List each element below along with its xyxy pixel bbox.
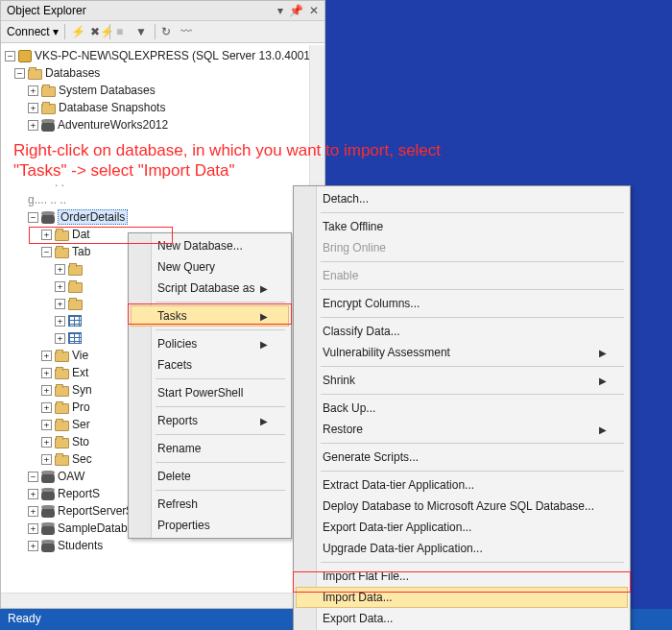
tree-orderdetails[interactable]: OrderDetails	[58, 209, 128, 225]
chevron-right-icon: ▶	[260, 283, 268, 294]
menu-encrypt-columns[interactable]: Encrypt Columns...	[296, 293, 628, 314]
horizontal-scrollbar[interactable]	[1, 593, 309, 608]
chevron-right-icon: ▶	[599, 348, 607, 358]
folder-icon	[55, 421, 69, 431]
panel-toolbar: Connect ▾ ⚡ ✖⚡ ■ ▼ ↻ 〰	[1, 21, 324, 43]
connect-button[interactable]: Connect ▾	[7, 25, 59, 38]
folder-icon	[68, 265, 83, 276]
tree-adv[interactable]: AdventureWorks2012	[58, 118, 168, 132]
tree-item[interactable]: Vie	[72, 349, 88, 362]
tree-item[interactable]: Pro	[72, 400, 90, 414]
menu-detach[interactable]: Detach...	[296, 188, 628, 209]
tree-item[interactable]: Dat	[72, 228, 90, 241]
context-menu-database: New Database... New Query Script Databas…	[128, 232, 292, 539]
menu-properties[interactable]: Properties	[131, 515, 289, 536]
folder-icon	[41, 86, 56, 97]
folder-icon	[55, 248, 69, 258]
tree-item[interactable]: Tab	[72, 245, 90, 258]
table-icon	[68, 315, 82, 327]
tree-item[interactable]: ReportS	[58, 487, 100, 500]
menu-bring-online: Bring Online	[296, 237, 628, 258]
tree-item[interactable]: Syn	[72, 383, 92, 397]
close-icon[interactable]: ✕	[309, 4, 319, 17]
chevron-right-icon: ▶	[599, 376, 607, 386]
menu-import-flat-file[interactable]: Import Flat File...	[296, 566, 628, 587]
menu-facets[interactable]: Facets	[131, 354, 289, 376]
menu-reports[interactable]: Reports▶	[131, 410, 289, 431]
menu-shrink[interactable]: Shrink▶	[296, 370, 628, 391]
chevron-right-icon: ▶	[599, 424, 607, 435]
menu-upgrade-datatier[interactable]: Upgrade Data-tier Application...	[296, 538, 628, 559]
chevron-right-icon: ▶	[260, 311, 268, 322]
database-icon	[41, 540, 55, 552]
menu-delete[interactable]: Delete	[131, 466, 289, 487]
database-icon	[41, 522, 55, 535]
menu-restore[interactable]: Restore▶	[296, 419, 628, 440]
menu-enable: Enable	[296, 265, 628, 286]
connect-icon[interactable]: ⚡	[71, 25, 84, 38]
menu-rename[interactable]: Rename	[131, 438, 289, 459]
chevron-right-icon: ▶	[260, 339, 268, 350]
annotation-text: Right-click on database, in which you wa…	[13, 140, 551, 182]
menu-backup[interactable]: Back Up...	[296, 398, 628, 419]
activity-icon[interactable]: 〰	[180, 25, 194, 38]
folder-icon	[68, 282, 83, 293]
context-menu-tasks: Detach... Take Offline Bring Online Enab…	[293, 185, 631, 630]
menu-deploy-azure[interactable]: Deploy Database to Microsoft Azure SQL D…	[296, 496, 628, 517]
table-icon	[68, 332, 82, 344]
menu-new-query[interactable]: New Query	[131, 256, 289, 278]
menu-export-datatier[interactable]: Export Data-tier Application...	[296, 517, 628, 538]
folder-icon	[55, 351, 69, 362]
pin-icon[interactable]: 📌	[289, 4, 303, 17]
stop-icon[interactable]: ■	[116, 25, 130, 38]
folder-icon	[55, 230, 69, 241]
folder-icon	[68, 300, 83, 310]
database-icon	[41, 505, 55, 518]
tree-item[interactable]: OAW	[58, 470, 84, 483]
database-icon	[41, 488, 55, 500]
menu-tasks[interactable]: Tasks▶	[131, 305, 289, 327]
menu-take-offline[interactable]: Take Offline	[296, 216, 628, 237]
server-icon	[18, 50, 32, 62]
tree-sysdb[interactable]: System Databases	[59, 84, 156, 97]
folder-icon	[55, 369, 69, 379]
tree-item[interactable]: Sto	[72, 435, 89, 448]
menu-refresh[interactable]: Refresh	[131, 494, 289, 515]
refresh-icon[interactable]: ↻	[161, 25, 175, 38]
panel-title-text: Object Explorer	[7, 4, 86, 17]
folder-icon	[55, 455, 69, 466]
disconnect-icon[interactable]: ✖⚡	[90, 25, 104, 38]
tree-item[interactable]: Sec	[72, 452, 92, 466]
folder-icon	[55, 386, 69, 397]
tree-server[interactable]: VKS-PC-NEW\SQLEXPRESS (SQL Server 13.0.4…	[35, 49, 324, 62]
panel-titlebar: Object Explorer ▾ 📌 ✕	[1, 1, 324, 21]
dropdown-icon[interactable]: ▾	[277, 4, 283, 17]
menu-script-database[interactable]: Script Database as▶	[131, 278, 289, 299]
tree-snap[interactable]: Database Snapshots	[59, 101, 165, 114]
menu-import-data[interactable]: Import Data...	[296, 587, 628, 608]
menu-export-data[interactable]: Export Data...	[296, 608, 628, 629]
menu-extract-datatier[interactable]: Extract Data-tier Application...	[296, 474, 628, 496]
menu-classify-data[interactable]: Classify Data...	[296, 321, 628, 342]
folder-icon	[28, 69, 42, 80]
tree-item[interactable]: Students	[58, 539, 103, 552]
chevron-right-icon: ▶	[260, 416, 268, 426]
database-icon	[41, 471, 55, 483]
menu-vulnerability[interactable]: Vulnerability Assessment▶	[296, 342, 628, 363]
database-icon	[41, 211, 55, 224]
status-text: Ready	[8, 612, 41, 625]
menu-start-powershell[interactable]: Start PowerShell	[131, 382, 289, 403]
menu-policies[interactable]: Policies▶	[131, 333, 289, 354]
tree-item[interactable]: Ser	[72, 418, 90, 431]
database-icon	[41, 119, 55, 132]
folder-icon	[41, 104, 56, 114]
menu-generate-scripts[interactable]: Generate Scripts...	[296, 447, 628, 468]
folder-icon	[55, 438, 69, 448]
filter-icon[interactable]: ▼	[135, 25, 149, 38]
folder-icon	[55, 403, 69, 414]
tree-databases[interactable]: Databases	[45, 66, 100, 80]
tree-item[interactable]: Ext	[72, 366, 88, 379]
menu-new-database[interactable]: New Database...	[131, 235, 289, 256]
